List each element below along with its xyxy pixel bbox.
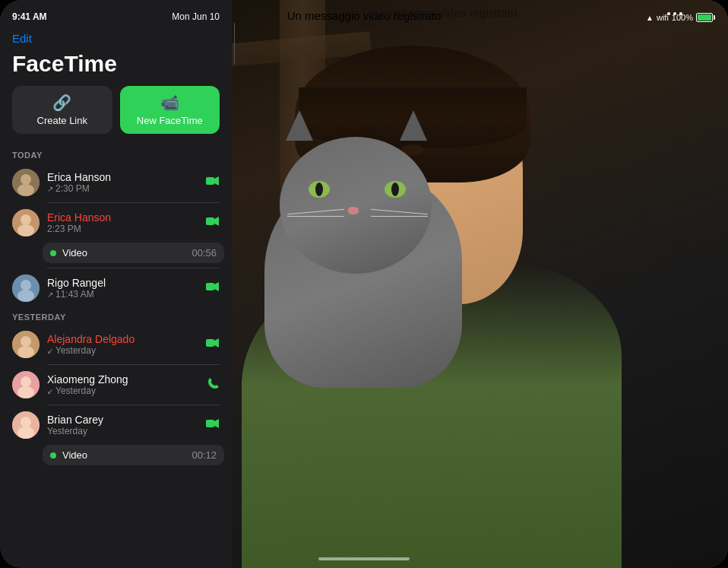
- time-value-rigo: 11:43 AM: [55, 289, 94, 300]
- cat-ear-left: [286, 110, 313, 141]
- create-link-button[interactable]: 🔗 Create Link: [12, 86, 112, 134]
- call-item-erica-2[interactable]: Erica Hanson 2:23 PM: [0, 203, 232, 243]
- cat-nose: [348, 207, 359, 214]
- dot-1: [667, 12, 670, 15]
- call-info-alejandra: Alejandra Delgado ↙ Yesterday: [47, 333, 198, 356]
- cat-whisker-4: [371, 216, 428, 217]
- three-dots-menu[interactable]: [667, 12, 682, 15]
- svg-point-11: [21, 280, 31, 290]
- video-camera-icon: 📹: [160, 94, 179, 112]
- call-name-xiaomeng: Xiaomeng Zhong: [47, 373, 200, 386]
- call-name-erica-1: Erica Hanson: [47, 171, 198, 183]
- avatar-alejandra: [12, 331, 40, 358]
- call-list: TODAY Erica Hanson ↗ 2:30 PM: [0, 146, 232, 470]
- status-bar-right: ▲ wifi 100%: [451, 6, 728, 29]
- call-time-erica-1: ↗ 2:30 PM: [47, 183, 198, 194]
- section-header-yesterday: YESTERDAY: [0, 308, 232, 325]
- call-time-alejandra: ↙ Yesterday: [47, 345, 198, 356]
- call-time-erica-2: 2:23 PM: [47, 224, 198, 234]
- svg-rect-18: [206, 339, 214, 347]
- ipad-frame: ▲ wifi 100% 9:41 AM Mon Jun 10 Edit: [0, 0, 728, 568]
- call-name-brian: Brian Carey: [47, 414, 198, 426]
- section-header-today: TODAY: [0, 146, 232, 163]
- photo-area: ▲ wifi 100%: [219, 0, 728, 568]
- video-label-brian: Video: [62, 449, 185, 461]
- battery-icon: [696, 13, 713, 22]
- svg-rect-13: [206, 283, 214, 290]
- svg-marker-4: [214, 176, 219, 186]
- call-time-brian: Yesterday: [47, 426, 198, 436]
- video-dot-erica-2: [50, 250, 56, 256]
- dot-2: [673, 12, 676, 15]
- video-dot-brian: [50, 452, 56, 459]
- video-icon-erica-2: [206, 216, 220, 230]
- call-time-xiaomeng: ↙ Yesterday: [47, 386, 200, 396]
- call-name-alejandra: Alejandra Delgado: [47, 333, 198, 345]
- time-value-alejandra: Yesterday: [55, 345, 96, 356]
- cat-head: [280, 137, 432, 274]
- link-icon: 🔗: [52, 94, 71, 112]
- incoming-arrow-alejandra: ↙: [47, 347, 53, 355]
- cat-whisker-2: [287, 216, 344, 217]
- call-item-erica-1[interactable]: Erica Hanson ↗ 2:30 PM: [0, 163, 232, 202]
- facetime-title: FaceTime: [0, 48, 232, 86]
- battery-fill: [698, 14, 711, 21]
- svg-point-12: [17, 290, 34, 302]
- time-value-brian: Yesterday: [47, 426, 87, 436]
- call-time-rigo: ↗ 11:43 AM: [47, 289, 198, 300]
- video-icon-alejandra: [206, 338, 220, 351]
- call-info-rigo: Rigo Rangel ↗ 11:43 AM: [47, 277, 198, 300]
- signal-icon: ▲: [646, 14, 654, 22]
- svg-point-6: [21, 214, 31, 225]
- incoming-arrow-xiaomeng: ↙: [47, 387, 53, 395]
- call-item-brian[interactable]: Brian Carey Yesterday: [0, 405, 232, 445]
- date-display: Mon Jun 10: [172, 11, 220, 22]
- avatar-brian: [12, 411, 40, 439]
- video-icon-erica-1: [206, 176, 220, 189]
- phone-icon-xiaomeng: [207, 377, 220, 392]
- call-info-erica-2: Erica Hanson 2:23 PM: [47, 211, 198, 234]
- video-msg-erica-2[interactable]: Video 00:56: [43, 243, 224, 263]
- dot-3: [679, 12, 682, 15]
- svg-point-17: [17, 346, 34, 358]
- outgoing-arrow-rigo: ↗: [47, 290, 53, 299]
- time-display: 9:41 AM: [12, 11, 47, 22]
- svg-point-16: [21, 336, 31, 347]
- avatar-erica-1: [12, 169, 40, 196]
- avatar-rigo: [12, 274, 40, 302]
- call-info-erica-1: Erica Hanson ↗ 2:30 PM: [47, 171, 198, 194]
- svg-marker-9: [214, 217, 219, 226]
- svg-point-1: [21, 174, 31, 185]
- action-buttons: 🔗 Create Link 📹 New FaceTime: [0, 86, 232, 146]
- call-name-erica-2: Erica Hanson: [47, 211, 198, 224]
- left-panel: 9:41 AM Mon Jun 10 Edit FaceTime 🔗 Creat…: [0, 0, 232, 568]
- svg-point-24: [21, 417, 31, 427]
- edit-button[interactable]: Edit: [12, 29, 32, 48]
- svg-rect-3: [206, 177, 214, 185]
- cat-eye-left: [309, 181, 330, 198]
- svg-marker-19: [214, 338, 219, 347]
- home-indicator: [318, 557, 410, 560]
- video-label-erica-2: Video: [62, 247, 185, 259]
- call-item-rigo[interactable]: Rigo Rangel ↗ 11:43 AM: [0, 268, 232, 308]
- time-value-xiaomeng: Yesterday: [55, 386, 96, 396]
- video-icon-rigo: [206, 281, 220, 295]
- svg-point-7: [17, 224, 34, 236]
- new-facetime-label: New FaceTime: [137, 115, 203, 126]
- video-icon-brian: [206, 418, 220, 432]
- call-info-brian: Brian Carey Yesterday: [47, 414, 198, 436]
- outgoing-arrow-erica-1: ↗: [47, 185, 53, 193]
- cat-eye-right: [385, 181, 406, 198]
- avatar-erica-2: [12, 209, 40, 236]
- video-msg-brian[interactable]: Video 00:12: [43, 445, 224, 465]
- svg-rect-26: [206, 420, 214, 427]
- video-duration-erica-2: 00:56: [191, 247, 217, 259]
- svg-marker-27: [214, 419, 219, 428]
- call-item-alejandra[interactable]: Alejandra Delgado ↙ Yesterday: [0, 325, 232, 364]
- call-name-rigo: Rigo Rangel: [47, 277, 198, 289]
- svg-point-2: [17, 184, 34, 196]
- svg-rect-8: [206, 217, 214, 225]
- call-item-xiaomeng[interactable]: Xiaomeng Zhong ↙ Yesterday: [0, 365, 232, 405]
- new-facetime-button[interactable]: 📹 New FaceTime: [120, 86, 220, 134]
- svg-point-21: [21, 376, 31, 387]
